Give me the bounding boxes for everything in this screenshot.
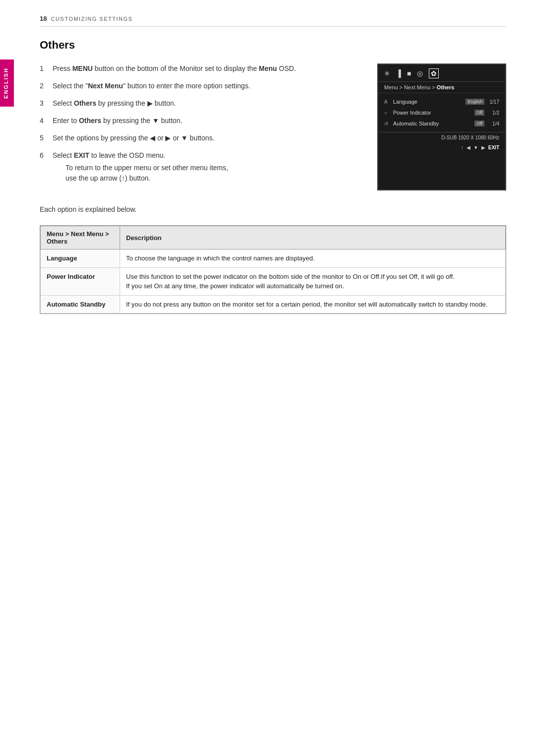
osd-row-standby-value: Off [474, 121, 484, 126]
instruction-2: 2 Select the "Next Menu" button to enter… [40, 81, 357, 91]
instruction-4: 4 Enter to Others by pressing the ▼ butt… [40, 116, 357, 126]
step-number-3: 3 [40, 98, 48, 109]
osd-row-standby-label: Automatic Standby [393, 121, 471, 126]
instructions: 1 Press MENU button on the bottom of the… [40, 63, 357, 190]
page-number: 18 [40, 15, 47, 22]
osd-icon-contrast: ▐ [396, 69, 401, 77]
table-cell-standby-desc: If you do not press any button on the mo… [120, 295, 506, 314]
osd-row-standby-icon: ↺ [384, 121, 390, 126]
osd-row-standby-fraction: 1/4 [487, 121, 499, 126]
osd-menu-items: A Language English 1/17 ○ Power Indicato… [378, 93, 505, 132]
osd-resolution: D-SUB 1920 X 1080 60Hz [378, 132, 505, 143]
table-row-power-indicator: Power Indicator Use this function to set… [41, 267, 506, 295]
table-col1-header: Menu > Next Menu > Others [41, 226, 120, 250]
osd-row-power-value: Off [474, 110, 484, 116]
osd-icon-brightness: ✳ [384, 69, 390, 77]
table-cell-standby-label: Automatic Standby [41, 295, 120, 314]
breadcrumb-others: Others [437, 84, 454, 90]
osd-icons-row: ✳ ▐ ■ ◎ ✿ [378, 64, 505, 82]
osd-icon-stop: ■ [407, 69, 411, 77]
step-number-6: 6 [40, 150, 48, 184]
content-area: 1 Press MENU button on the bottom of the… [40, 63, 506, 190]
osd-row-language-fraction: 1/17 [487, 99, 499, 105]
step-number-4: 4 [40, 116, 48, 126]
step-text-3: Select Others by pressing the ▶ button. [53, 98, 176, 109]
osd-row-power-icon: ○ [384, 110, 390, 116]
table-cell-power-label: Power Indicator [41, 267, 120, 295]
table-row-language: Language To choose the language in which… [41, 250, 506, 268]
osd-nav-row: ↑ ◀ ▼ ▶ EXIT [378, 143, 505, 152]
osd-breadcrumb: Menu > Next Menu > Others [378, 82, 505, 93]
table-header-row: Menu > Next Menu > Others Description [41, 226, 506, 250]
breadcrumb-next-menu: Next Menu [404, 84, 430, 90]
step-number-1: 1 [40, 63, 48, 74]
osd-icon-gear: ✿ [429, 68, 439, 78]
table-row-auto-standby: Automatic Standby If you do not press an… [41, 295, 506, 314]
nav-left: ◀ [467, 145, 470, 150]
step-text-1: Press MENU button on the bottom of the M… [53, 63, 296, 74]
page-container: ENGLISH 18 CUSTOMIZING SETTINGS Others 1… [0, 0, 536, 344]
table-header: Menu > Next Menu > Others Description [41, 226, 506, 250]
table-cell-power-desc: Use this function to set the power indic… [120, 267, 506, 295]
step-text-2: Select the "Next Menu" button to enter t… [53, 81, 250, 91]
header-title: CUSTOMIZING SETTINGS [51, 16, 133, 22]
step-text-6: Select EXIT to leave the OSD menu. [53, 151, 165, 159]
instruction-3: 3 Select Others by pressing the ▶ button… [40, 98, 357, 109]
osd-row-power-label: Power Indicator [393, 110, 471, 116]
step-number-5: 5 [40, 133, 48, 143]
breadcrumb-menu: Menu [384, 84, 398, 90]
osd-row-language: A Language English 1/17 [378, 96, 505, 107]
table-col2-header: Description [120, 226, 506, 250]
section-title: Others [40, 39, 506, 52]
nav-exit: EXIT [488, 145, 499, 150]
nav-up: ↑ [461, 145, 464, 150]
osd-row-language-icon: A [384, 99, 390, 105]
osd-row-language-label: Language [393, 99, 463, 105]
description-table: Menu > Next Menu > Others Description La… [40, 225, 506, 314]
osd-row-power-indicator: ○ Power Indicator Off 1/2 [378, 107, 505, 118]
top-header: 18 CUSTOMIZING SETTINGS [40, 15, 506, 27]
table-body: Language To choose the language in which… [41, 250, 506, 314]
table-cell-language-desc: To choose the language in which the cont… [120, 250, 506, 268]
instruction-1: 1 Press MENU button on the bottom of the… [40, 63, 357, 74]
options-table: Menu > Next Menu > Others Description La… [40, 226, 506, 314]
step-text-4: Enter to Others by pressing the ▼ button… [53, 116, 182, 126]
step-number-2: 2 [40, 81, 48, 91]
osd-row-power-fraction: 1/2 [487, 110, 499, 116]
side-tab: ENGLISH [0, 60, 14, 107]
instruction-6: 6 Select EXIT to leave the OSD menu. To … [40, 150, 357, 184]
step-text-5: Set the options by pressing the ◀ or ▶ o… [53, 133, 214, 143]
each-option-text: Each option is explained below. [40, 205, 506, 213]
osd-row-auto-standby: ↺ Automatic Standby Off 1/4 [378, 118, 505, 129]
instruction-5: 5 Set the options by pressing the ◀ or ▶… [40, 133, 357, 143]
nav-right: ▶ [481, 145, 485, 150]
sub-instruction: To return to the upper menu or set other… [66, 163, 228, 184]
osd-icon-target: ◎ [417, 69, 423, 77]
osd-row-language-value: English [466, 99, 484, 105]
osd-panel: ✳ ▐ ■ ◎ ✿ Menu > Next Menu > Others A La… [377, 63, 506, 190]
table-cell-language-label: Language [41, 250, 120, 268]
nav-down: ▼ [473, 145, 478, 150]
